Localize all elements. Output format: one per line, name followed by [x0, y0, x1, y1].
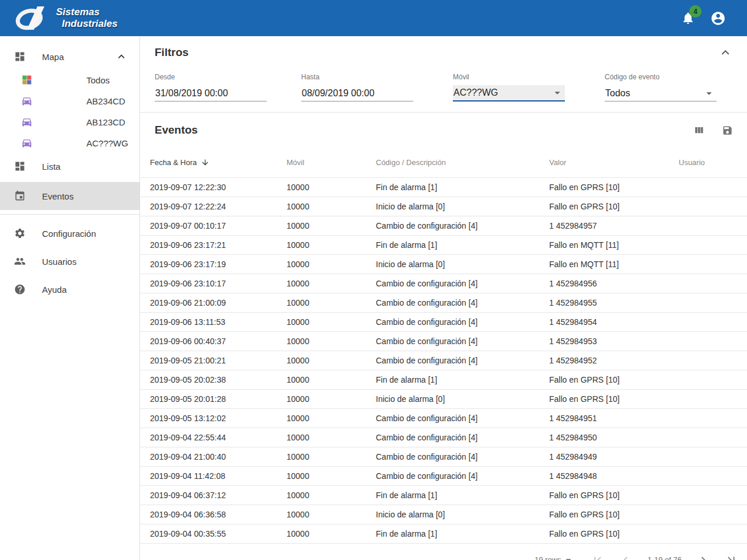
hasta-input[interactable]: 08/09/2019 00:00	[301, 85, 413, 102]
save-icon[interactable]	[722, 125, 733, 136]
rows-per-page-select[interactable]: 19 rows	[535, 554, 577, 560]
sidebar-item-usuarios[interactable]: Usuarios	[0, 247, 139, 275]
cell-valor: Fallo en GPRS [10]	[549, 202, 679, 211]
table-row[interactable]: 2019-09-04 11:42:0810000Cambio de config…	[141, 466, 747, 485]
table-row[interactable]: 2019-09-05 13:12:0210000Cambio de config…	[141, 408, 747, 428]
table-row[interactable]: 2019-09-05 20:01:2810000Inicio de alarma…	[141, 389, 747, 408]
column-header-usuario[interactable]: Usuario	[679, 158, 747, 167]
cell-codigo-descripcion: Cambio de configuración [4]	[376, 279, 549, 288]
cell-fecha-hora: 2019-09-07 12:22:30	[150, 183, 287, 192]
cell-codigo-descripcion: Cambio de configuración [4]	[376, 298, 549, 307]
first-page-icon[interactable]	[591, 554, 604, 560]
car-icon	[21, 95, 33, 107]
cell-valor: Fallo en GPRS [10]	[549, 375, 679, 384]
last-page-icon[interactable]	[725, 554, 738, 560]
cell-valor: Fallo en MQTT [11]	[549, 240, 679, 250]
cell-movil: 10000	[287, 356, 376, 365]
dropdown-caret-icon	[562, 554, 575, 560]
cell-codigo-descripcion: Fin de alarma [1]	[376, 240, 549, 250]
cell-movil: 10000	[287, 433, 376, 442]
collapse-filters-icon[interactable]	[718, 45, 733, 60]
m-vil-select[interactable]: AC???WG	[453, 85, 565, 102]
sidebar-item-eventos[interactable]: Eventos	[0, 182, 139, 210]
sidebar-item-mapa[interactable]: Mapa	[0, 44, 139, 69]
table-row[interactable]: 2019-09-07 00:10:1710000Cambio de config…	[141, 216, 747, 235]
cell-movil: 10000	[287, 471, 376, 481]
calendar-icon	[14, 190, 26, 202]
sidebar-item-label: AB123CD	[86, 117, 125, 127]
cell-valor: Fallo en MQTT [11]	[549, 260, 679, 269]
events-toolbar	[693, 125, 733, 136]
columns-icon[interactable]	[693, 125, 704, 136]
sidebar-item-ab234cd[interactable]: AB234CD	[0, 90, 139, 111]
sidebar-item-label: Eventos	[42, 191, 74, 201]
cell-codigo-descripcion: Inicio de alarma [0]	[376, 202, 549, 211]
notifications-button[interactable]: 4	[681, 11, 695, 25]
table-row[interactable]: 2019-09-06 21:00:0910000Cambio de config…	[141, 293, 747, 312]
sidebar-item-lista[interactable]: Lista	[0, 153, 139, 179]
column-header-label: Fecha & Hora	[150, 158, 197, 167]
table-row[interactable]: 2019-09-05 21:00:2110000Cambio de config…	[141, 351, 747, 370]
column-header-codigo[interactable]: Código / Descripción	[376, 158, 549, 167]
brand-line2: Industriales	[62, 18, 117, 30]
table-row[interactable]: 2019-09-07 12:22:2410000Inicio de alarma…	[141, 197, 747, 216]
c-digo-de-evento-select[interactable]: Todos	[605, 85, 717, 102]
cell-movil: 10000	[287, 298, 376, 307]
table-row[interactable]: 2019-09-04 06:36:5810000Inicio de alarma…	[141, 505, 747, 524]
filter-field-label: Desde	[155, 73, 267, 81]
table-row[interactable]: 2019-09-06 13:11:5310000Cambio de config…	[141, 312, 747, 331]
sidebar-item-todos[interactable]: Todos	[0, 69, 139, 90]
table-row[interactable]: 2019-09-04 21:00:4010000Cambio de config…	[141, 447, 747, 466]
dropdown-caret-icon	[551, 86, 564, 99]
table-header-row: Fecha & Hora Móvil Código / Descripción …	[141, 148, 747, 177]
field-value-text: 08/09/2019 00:00	[302, 88, 413, 99]
next-page-icon[interactable]	[697, 554, 710, 560]
account-icon[interactable]	[710, 10, 726, 26]
cell-codigo-descripcion: Inicio de alarma [0]	[376, 510, 549, 519]
cell-fecha-hora: 2019-09-06 23:17:21	[150, 240, 287, 250]
table-row[interactable]: 2019-09-06 00:40:3710000Cambio de config…	[141, 331, 747, 351]
table-row[interactable]: 2019-09-04 06:37:1210000Fin de alarma [1…	[141, 485, 747, 505]
cell-movil: 10000	[287, 375, 376, 384]
table-row[interactable]: 2019-09-04 00:35:5510000Fin de alarma [1…	[141, 524, 747, 543]
column-header-movil[interactable]: Móvil	[287, 158, 376, 167]
cell-codigo-descripcion: Fin de alarma [1]	[376, 491, 549, 500]
appbar-actions: 4	[681, 10, 747, 26]
cell-fecha-hora: 2019-09-07 00:10:17	[150, 221, 287, 230]
sidebar-item-label: Lista	[42, 162, 61, 172]
desde-input[interactable]: 31/08/2019 00:00	[155, 85, 267, 102]
cell-movil: 10000	[287, 279, 376, 288]
cell-fecha-hora: 2019-09-04 22:55:44	[150, 433, 287, 442]
prev-page-icon[interactable]	[619, 554, 632, 560]
column-header-valor[interactable]: Valor	[549, 158, 679, 167]
cell-codigo-descripcion: Inicio de alarma [0]	[376, 394, 549, 404]
events-panel: Eventos Fecha & Hora Móvil Código / Desc…	[141, 113, 747, 560]
table-row[interactable]: 2019-09-05 20:02:3810000Fin de alarma [1…	[141, 370, 747, 389]
cell-codigo-descripcion: Fin de alarma [1]	[376, 375, 549, 384]
cell-valor: 1 452984948	[549, 471, 679, 481]
table-row[interactable]: 2019-09-06 23:10:1710000Cambio de config…	[141, 274, 747, 293]
column-header-fecha-hora[interactable]: Fecha & Hora	[150, 158, 287, 167]
table-row[interactable]: 2019-09-07 12:22:3010000Fin de alarma [1…	[141, 177, 747, 197]
table-row[interactable]: 2019-09-04 22:55:4410000Cambio de config…	[141, 428, 747, 447]
cell-movil: 10000	[287, 414, 376, 423]
dashboard-icon	[14, 51, 26, 62]
sidebar-item-configuraci-n[interactable]: Configuración	[0, 219, 139, 247]
cell-codigo-descripcion: Cambio de configuración [4]	[376, 221, 549, 230]
dashboard-color-icon	[21, 74, 33, 86]
sidebar-item-ac-wg[interactable]: AC???WG	[0, 132, 139, 153]
sort-desc-icon	[201, 158, 210, 167]
cell-codigo-descripcion: Cambio de configuración [4]	[376, 471, 549, 481]
sidebar-item-ayuda[interactable]: Ayuda	[0, 275, 139, 303]
cell-movil: 10000	[287, 183, 376, 192]
cell-valor: 1 452984953	[549, 337, 679, 346]
car-icon	[21, 116, 33, 128]
sidebar-item-ab123cd[interactable]: AB123CD	[0, 111, 139, 132]
cell-codigo-descripcion: Inicio de alarma [0]	[376, 260, 549, 269]
table-row[interactable]: 2019-09-06 23:17:2110000Fin de alarma [1…	[141, 235, 747, 254]
cell-fecha-hora: 2019-09-05 21:00:21	[150, 356, 287, 365]
main-content: Filtros Desde31/08/2019 00:00Hasta08/09/…	[141, 37, 747, 560]
events-title: Eventos	[155, 124, 198, 136]
table-row[interactable]: 2019-09-06 23:17:1910000Inicio de alarma…	[141, 254, 747, 274]
sidebar-item-label: Ayuda	[42, 285, 67, 295]
